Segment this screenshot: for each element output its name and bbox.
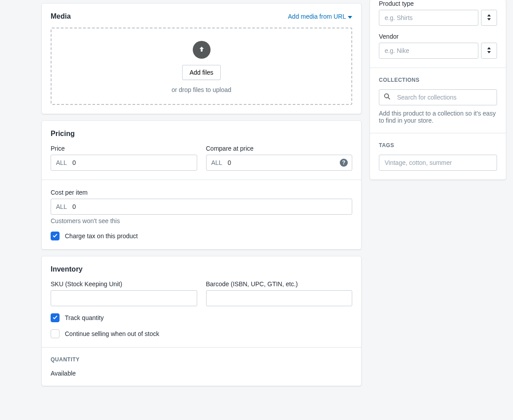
product-type-select-button[interactable] <box>481 10 497 26</box>
caret-down-icon <box>348 13 352 20</box>
add-files-button[interactable]: Add files <box>182 65 221 80</box>
collections-search-input[interactable] <box>379 89 497 105</box>
inventory-card: Inventory SKU (Stock Keeping Unit) Barco… <box>42 256 361 386</box>
continue-selling-checkbox[interactable] <box>51 329 60 338</box>
sku-label: SKU (Stock Keeping Unit) <box>51 280 197 288</box>
pricing-title: Pricing <box>51 130 352 138</box>
select-arrows-icon <box>487 47 491 55</box>
pricing-card: Pricing Price ALL Compare at price ALL <box>42 121 361 249</box>
compare-help-icon[interactable]: ? <box>340 159 348 167</box>
product-type-input[interactable] <box>379 10 478 26</box>
select-arrows-icon <box>487 14 491 22</box>
media-dropzone[interactable]: Add files or drop files to upload <box>51 28 352 105</box>
compare-price-label: Compare at price <box>206 145 353 152</box>
product-type-label: Product type <box>379 0 497 7</box>
vendor-input[interactable] <box>379 43 478 59</box>
barcode-input[interactable] <box>206 290 353 306</box>
drop-files-text: or drop files to upload <box>60 86 342 93</box>
quantity-heading: QUANTITY <box>51 356 352 363</box>
continue-selling-label: Continue selling when out of stock <box>65 330 159 337</box>
sku-input[interactable] <box>51 290 197 306</box>
charge-tax-checkbox[interactable] <box>51 232 60 240</box>
inventory-title: Inventory <box>51 265 352 273</box>
media-card: Media Add media from URL Add files <box>42 4 361 114</box>
tags-input[interactable] <box>379 155 497 171</box>
vendor-select-button[interactable] <box>481 43 497 59</box>
add-media-from-url-label: Add media from URL <box>288 13 346 20</box>
compare-price-input[interactable] <box>206 155 353 171</box>
collections-help-text: Add this product to a collection so it's… <box>379 110 497 124</box>
add-media-from-url-button[interactable]: Add media from URL <box>288 13 352 20</box>
available-label: Available <box>51 370 352 377</box>
track-quantity-checkbox[interactable] <box>51 313 60 322</box>
collections-heading: COLLECTIONS <box>379 77 497 83</box>
sidebar-card: Product type Vendor <box>370 0 506 180</box>
vendor-label: Vendor <box>379 33 497 40</box>
cost-per-item-input[interactable] <box>51 199 352 215</box>
cost-per-item-label: Cost per item <box>51 189 352 196</box>
price-label: Price <box>51 145 197 152</box>
cost-help-text: Customers won't see this <box>51 217 352 224</box>
barcode-label: Barcode (ISBN, UPC, GTIN, etc.) <box>206 280 353 288</box>
tags-heading: TAGS <box>379 142 497 148</box>
track-quantity-label: Track quantity <box>65 314 103 321</box>
charge-tax-label: Charge tax on this product <box>65 232 138 240</box>
upload-icon <box>193 41 211 59</box>
price-input[interactable] <box>51 155 197 171</box>
media-title: Media <box>51 12 71 20</box>
